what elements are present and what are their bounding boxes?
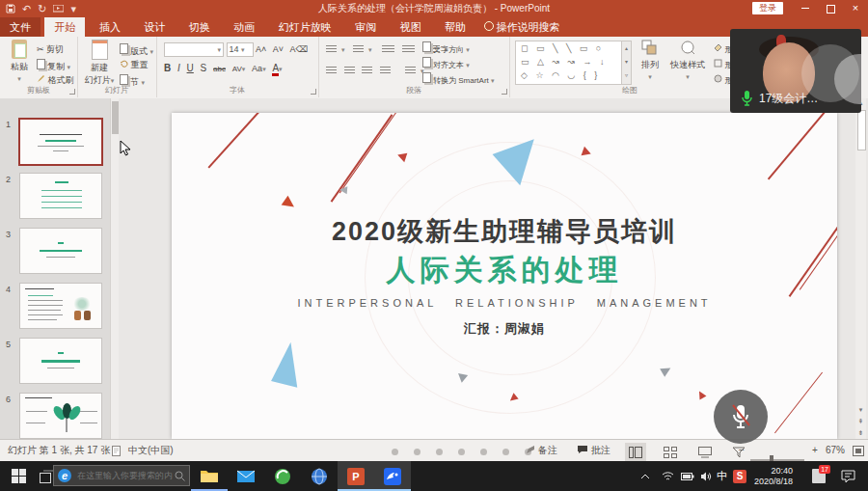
meeting-dock[interactable] — [392, 441, 547, 462]
copy-button[interactable]: 复制 ▾ — [37, 59, 70, 73]
thumbnail-slide-6[interactable] — [19, 393, 102, 439]
layout-icon — [120, 43, 128, 54]
decrease-indent-icon[interactable] — [382, 45, 394, 54]
wifi-icon[interactable] — [662, 461, 674, 491]
character-spacing-button[interactable]: AV▾ — [232, 65, 246, 73]
thumbnail-slide-3[interactable] — [19, 228, 102, 274]
underline-button[interactable]: U — [187, 63, 194, 73]
tab-design[interactable]: 设计 — [134, 17, 175, 37]
tell-me-box[interactable]: 操作说明搜索 — [480, 17, 560, 37]
search-input[interactable] — [75, 470, 175, 481]
meeting-app-taskbar-button[interactable] — [374, 461, 411, 491]
cut-button[interactable]: ✂ 剪切 — [37, 43, 64, 56]
slide-number-indicator[interactable]: 幻灯片 第 1 张, 共 17 张 — [8, 440, 110, 461]
previous-slide-button[interactable]: ⇞ — [855, 418, 866, 425]
webcam-overlay[interactable]: 17级会计… — [730, 29, 861, 113]
notes-button[interactable]: 备注 — [526, 440, 557, 461]
mute-button[interactable] — [714, 390, 768, 444]
spellcheck-icon[interactable] — [112, 446, 122, 456]
justify-icon[interactable] — [380, 67, 391, 75]
align-right-icon[interactable] — [362, 67, 372, 75]
paragraph-dialog-launcher[interactable] — [502, 89, 507, 95]
clipboard-dialog-launcher[interactable] — [69, 89, 75, 95]
tab-help[interactable]: 帮助 — [435, 17, 475, 37]
grow-font-button[interactable]: A˄ — [256, 44, 266, 54]
volume-icon[interactable] — [700, 461, 712, 491]
italic-button[interactable]: I — [177, 63, 180, 73]
slide-sorter-view-button[interactable] — [660, 443, 681, 462]
normal-view-button[interactable] — [625, 443, 646, 462]
mail-icon — [236, 469, 256, 484]
columns-icon[interactable] — [405, 67, 416, 75]
font-color-button[interactable]: A▾ — [272, 63, 282, 73]
notification-app-icon[interactable]: 17 — [812, 461, 826, 491]
powerpoint-window: ↶ ↻ ▾ 人际关系的处理（会计学院周淑娟负责） - PowerPoint 登录… — [0, 0, 868, 491]
sogou-input-icon[interactable]: S — [733, 461, 746, 491]
mouse-cursor — [120, 140, 131, 157]
layout-button[interactable]: 版式 ▾ — [120, 43, 153, 58]
bullets-icon[interactable] — [326, 45, 337, 54]
tab-home[interactable]: 开始 — [44, 17, 85, 37]
fit-slide-icon[interactable] — [853, 446, 864, 456]
font-name-combo[interactable]: ▾ — [164, 42, 224, 57]
convert-smartart-button[interactable]: 转换为 SmartArt ▾ — [422, 72, 495, 86]
shapes-gallery[interactable]: ◻ ▭ ╲ ╲ ▭ ○ ▭ △ ↝ ↝ → ↓ ◇ ☆ ◠ ◡ { } — [515, 41, 626, 85]
text-shadow-button[interactable]: S — [201, 63, 207, 73]
next-slide-button[interactable]: ⇟ — [855, 429, 866, 437]
thumbnail-slide-1[interactable] — [18, 118, 103, 166]
quick-styles-button[interactable]: 快速样式▾ — [667, 40, 708, 81]
shrink-font-button[interactable]: A˅ — [273, 44, 284, 54]
shapes-gallery-scroll[interactable]: ▴▾▿ — [621, 41, 632, 85]
zoom-in-button[interactable]: + — [812, 440, 818, 461]
zoom-level[interactable]: 67% — [826, 440, 845, 461]
browser-green-button[interactable] — [264, 461, 301, 491]
align-center-icon[interactable] — [344, 67, 355, 75]
minimize-button[interactable] — [793, 0, 818, 17]
browser-blue-button[interactable] — [301, 461, 338, 491]
powerpoint-taskbar-button[interactable]: P — [338, 461, 374, 491]
file-explorer-button[interactable] — [191, 461, 228, 491]
paste-button[interactable]: 粘贴▾ — [5, 40, 34, 83]
tab-transitions[interactable]: 切换 — [179, 17, 220, 37]
font-size-combo[interactable]: 14 ▾ — [227, 42, 254, 57]
battery-icon[interactable] — [681, 461, 694, 491]
new-slide-button[interactable]: 新建幻灯片▾ — [83, 40, 116, 87]
language-indicator[interactable]: 中文(中国) — [128, 440, 174, 461]
clear-formatting-button[interactable]: A⌫ — [290, 44, 309, 54]
slide-scrollbar[interactable]: ▴ ▾ ⇞ ⇟ — [855, 98, 866, 439]
close-button[interactable]: × — [843, 0, 868, 17]
reading-view-button[interactable] — [694, 443, 716, 462]
align-left-icon[interactable] — [326, 67, 337, 75]
ime-indicator[interactable]: 中 — [717, 461, 727, 491]
taskbar-search[interactable]: e — [53, 465, 190, 486]
text-direction-button[interactable]: 文字方向 ▾ — [422, 41, 470, 55]
arrange-button[interactable]: 排列▾ — [635, 40, 665, 81]
comments-button[interactable]: 批注 — [577, 440, 610, 461]
increase-indent-icon[interactable] — [402, 45, 415, 54]
quick-styles-icon — [679, 40, 696, 57]
tab-animations[interactable]: 动画 — [224, 17, 264, 37]
numbering-icon[interactable] — [353, 45, 364, 54]
mail-button[interactable] — [228, 461, 264, 491]
thumbnail-slide-4[interactable] — [19, 283, 102, 329]
change-case-button[interactable]: Aa▾ — [252, 64, 266, 73]
tray-clock[interactable]: 20:402020/8/18 — [754, 461, 804, 491]
tab-file[interactable]: 文件 — [0, 17, 41, 37]
bold-button[interactable]: B — [164, 63, 171, 73]
reset-button[interactable]: 重置 — [120, 59, 149, 71]
align-text-button[interactable]: 对齐文本 ▾ — [422, 57, 470, 70]
thumbnail-slide-2[interactable] — [19, 173, 102, 219]
strikethrough-button[interactable]: abc — [213, 65, 226, 73]
sign-in-button[interactable]: 登录 — [752, 2, 783, 14]
font-dialog-launcher[interactable] — [311, 89, 316, 95]
slide-canvas: 2020级新生助理辅导员培训 人际关系的处理 INTERPERSONAL REL… — [119, 98, 868, 439]
tab-review[interactable]: 审阅 — [345, 17, 386, 37]
tab-view[interactable]: 视图 — [391, 17, 431, 37]
tab-slideshow[interactable]: 幻灯片放映 — [269, 17, 341, 37]
thumbnail-slide-5[interactable] — [19, 338, 102, 384]
action-center-icon[interactable] — [841, 461, 855, 491]
tray-chevron[interactable] — [640, 461, 650, 491]
tab-insert[interactable]: 插入 — [90, 17, 130, 37]
slide-english-subtitle: INTERPERSONAL RELATIONSHIP MANAGEMENT — [172, 297, 837, 309]
restore-button[interactable] — [818, 0, 843, 17]
